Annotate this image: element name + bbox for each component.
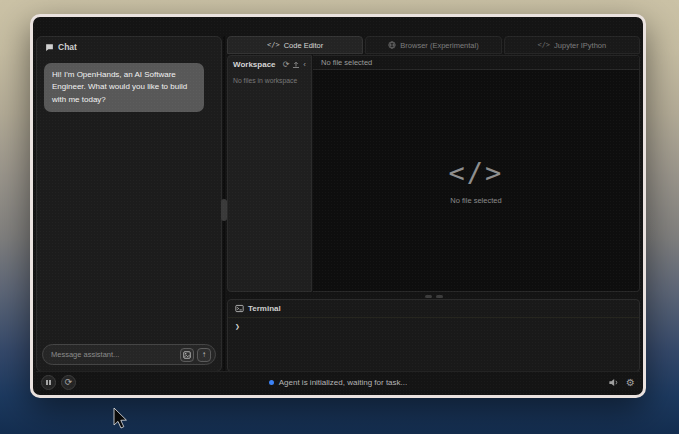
attach-image-button[interactable]: [180, 348, 194, 362]
tab-browser-label: Browser (Experimental): [400, 41, 478, 50]
send-message-button[interactable]: ↑: [197, 348, 211, 362]
chat-message-input[interactable]: [51, 350, 177, 359]
agent-status-indicator: [269, 380, 274, 385]
workspace-explorer: Workspace ⟳ ‹ No files: [227, 55, 312, 292]
image-icon: [183, 351, 191, 359]
panel-resize-handle-horizontal[interactable]: [422, 294, 446, 298]
terminal-panel: Terminal ❯: [227, 299, 640, 372]
terminal-icon: [235, 304, 244, 313]
speaker-icon: [608, 377, 619, 388]
workspace-header: Workspace ⟳ ‹: [228, 56, 311, 73]
tab-code-editor[interactable]: </> Code Editor: [227, 36, 363, 54]
code-editor-pane: No file selected </> No file selected: [313, 55, 640, 292]
upload-files-icon[interactable]: [292, 61, 300, 69]
globe-icon: [388, 41, 396, 49]
tab-jupyter-label: Jupyter IPython: [554, 41, 606, 50]
collapse-explorer-icon[interactable]: ‹: [303, 61, 306, 69]
send-icon: ↑: [202, 350, 206, 359]
status-bar: ⟳ Agent is initialized, waiting for task…: [36, 371, 640, 392]
assistant-message-text: Hi! I'm OpenHands, an AI Software Engine…: [52, 70, 187, 104]
restart-agent-button[interactable]: ⟳: [61, 375, 76, 390]
editor-file-header: No file selected: [313, 56, 639, 70]
terminal-output[interactable]: ❯: [228, 318, 639, 335]
pause-agent-button[interactable]: [41, 375, 56, 390]
jupyter-icon: </>: [537, 41, 550, 49]
refresh-workspace-icon[interactable]: ⟳: [283, 61, 290, 69]
pause-icon: [46, 380, 51, 385]
code-brackets-icon: </>: [449, 157, 504, 188]
terminal-title: Terminal: [248, 304, 281, 313]
terminal-prompt: ❯: [235, 322, 240, 331]
chat-panel: Chat Hi! I'm OpenHands, an AI Software E…: [36, 36, 222, 372]
editor-empty-state: </> No file selected: [313, 70, 639, 291]
gear-icon: ⚙: [626, 377, 635, 388]
editor-file-header-text: No file selected: [321, 58, 372, 67]
sound-toggle-button[interactable]: [608, 377, 619, 388]
chat-panel-header: Chat: [37, 37, 221, 57]
assistant-message-bubble: Hi! I'm OpenHands, an AI Software Engine…: [44, 63, 204, 112]
tab-browser[interactable]: Browser (Experimental): [365, 36, 501, 54]
code-icon: </>: [267, 41, 280, 49]
upload-icon: [292, 61, 300, 69]
desktop-background: Chat Hi! I'm OpenHands, an AI Software E…: [0, 0, 679, 434]
terminal-header: Terminal: [228, 300, 639, 318]
settings-button[interactable]: ⚙: [626, 377, 635, 388]
chat-panel-title: Chat: [58, 42, 77, 52]
tab-code-editor-label: Code Editor: [284, 41, 324, 50]
editor-empty-label: No file selected: [450, 196, 501, 205]
tab-bar: </> Code Editor Browser (Experimental) <…: [227, 36, 640, 54]
openhands-app-window: Chat Hi! I'm OpenHands, an AI Software E…: [30, 14, 646, 398]
chat-input-container: ↑: [42, 344, 216, 365]
workspace-empty-text: No files in workspace: [228, 73, 311, 88]
chat-icon: [45, 43, 54, 52]
tab-jupyter[interactable]: </> Jupyter IPython: [504, 36, 640, 54]
right-workspace-area: </> Code Editor Browser (Experimental) <…: [227, 36, 640, 372]
agent-status-text: Agent is initialized, waiting for task..…: [279, 378, 408, 387]
mouse-cursor: [113, 407, 129, 431]
workspace-title: Workspace: [233, 60, 283, 69]
restart-icon: ⟳: [65, 378, 73, 387]
